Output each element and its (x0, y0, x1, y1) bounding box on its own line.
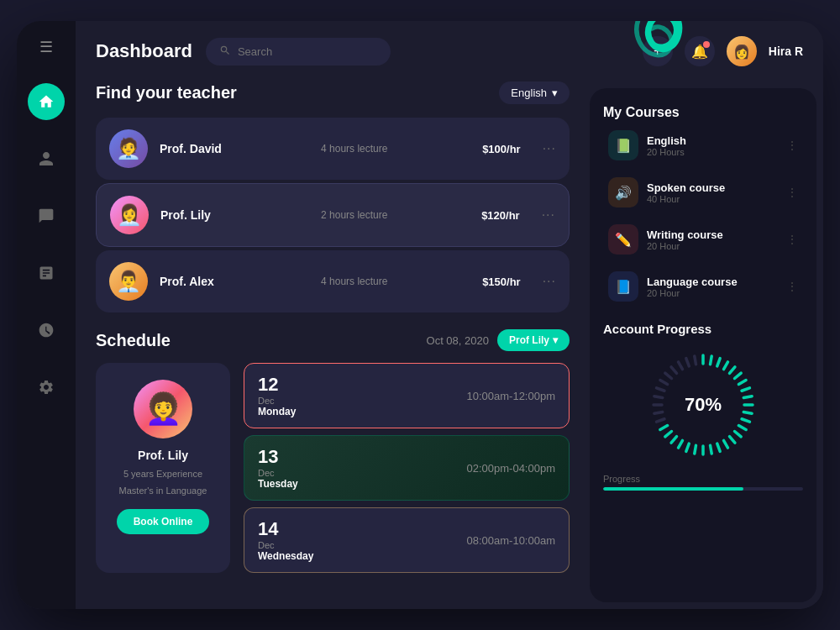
slot-dec13[interactable]: 13 Dec Tuesday 02:00pm-04:00pm (244, 435, 570, 501)
svg-line-19 (742, 388, 749, 391)
my-courses-title: My Courses (603, 105, 803, 120)
teacher-card-david[interactable]: 🧑‍💼 Prof. David 4 hours lecture $100/hr … (96, 118, 570, 180)
date-day-12: Monday (258, 406, 296, 417)
svg-line-4 (654, 396, 663, 398)
sidebar-item-profile[interactable] (28, 140, 65, 177)
svg-line-8 (671, 367, 676, 374)
svg-line-11 (695, 356, 696, 365)
schedule-header: Schedule Oct 08, 2020 Prof Lily ▾ (96, 329, 570, 351)
find-teacher-header: Find your teacher English ▾ (96, 81, 570, 104)
main-content: Dashboard + 🔔 👩 Hira R (76, 21, 823, 609)
schedule-content: 👩‍🦱 Prof. Lily 5 years Experience Master… (96, 363, 570, 573)
schedule-slots: 12 Dec Monday 10:00am-12:00pm 13 Dec Tue… (244, 363, 570, 573)
course-name-language: Language course (647, 276, 778, 288)
progress-bar (603, 487, 803, 491)
sidebar-item-home[interactable] (28, 83, 65, 120)
hamburger-menu[interactable]: ☰ (39, 38, 53, 56)
course-list: 📗 English 20 Hours ⋮ 🔊 Spoken course (603, 123, 803, 308)
search-bar[interactable] (206, 38, 391, 66)
sidebar-item-messages[interactable] (28, 197, 65, 234)
teacher-card-lily[interactable]: 👩‍💼 Prof. Lily 2 hours lecture $120/hr ·… (96, 183, 570, 247)
svg-line-7 (665, 373, 672, 378)
sidebar-item-reports[interactable] (28, 255, 65, 291)
prof-degree: Master's in Language (119, 486, 207, 496)
svg-line-10 (686, 359, 689, 366)
date-box-14: 14 Dec Wednesday (258, 518, 313, 562)
svg-line-6 (660, 381, 668, 385)
teacher-avatar-lily: 👩‍💼 (110, 196, 149, 234)
svg-line-16 (729, 367, 734, 374)
course-item-spoken[interactable]: 🔊 Spoken course 40 Hour ⋮ (603, 171, 803, 214)
teacher-card-alex[interactable]: 👨‍💼 Prof. Alex 4 hours lecture $150/hr ·… (96, 250, 570, 312)
course-icon-spoken: 🔊 (608, 177, 638, 207)
course-name-spoken: Spoken course (647, 181, 778, 194)
svg-line-20 (743, 396, 752, 398)
chevron-down-icon: ▾ (552, 87, 558, 99)
avatar: 👩 (727, 36, 757, 66)
svg-line-24 (738, 426, 746, 430)
course-item-writing[interactable]: ✏️ Writing course 20 Hour ⋮ (603, 218, 803, 261)
svg-line-31 (695, 445, 696, 454)
svg-line-17 (735, 373, 742, 378)
notification-dot (703, 41, 710, 48)
book-online-button[interactable]: Book Online (117, 509, 210, 534)
language-filter[interactable]: English ▾ (499, 81, 570, 104)
svg-line-23 (742, 419, 749, 422)
svg-line-9 (679, 362, 683, 370)
slot-time-13: 02:00pm-04:00pm (466, 462, 555, 475)
teacher-more-david[interactable]: ··· (543, 141, 556, 156)
course-info-english: English 20 Hours (647, 134, 778, 157)
course-hours-english: 20 Hours (647, 147, 778, 157)
course-more-english[interactable]: ⋮ (786, 139, 798, 152)
language-label: English (511, 87, 547, 99)
prof-experience: 5 years Experience (123, 469, 202, 479)
course-icon-writing: ✏️ (608, 224, 638, 255)
content-area: Find your teacher English ▾ 🧑‍💼 Prof. Da… (76, 81, 823, 609)
progress-fill (603, 487, 743, 491)
slot-dec12[interactable]: 12 Dec Monday 10:00am-12:00pm (244, 363, 570, 428)
svg-line-33 (679, 440, 683, 448)
search-input[interactable] (238, 45, 377, 58)
chevron-down-icon: ▾ (553, 334, 558, 346)
svg-line-14 (717, 359, 720, 366)
prof-filter-button[interactable]: Prof Lily ▾ (497, 329, 570, 351)
svg-line-27 (724, 440, 728, 448)
sidebar-item-settings[interactable] (28, 369, 65, 406)
date-month-14: Dec (258, 540, 275, 550)
svg-line-32 (686, 444, 689, 451)
schedule-title: Schedule (96, 331, 171, 350)
teacher-rate-lily: $120/hr (481, 209, 520, 222)
course-hours-writing: 20 Hour (647, 241, 778, 251)
slot-time-12: 10:00am-12:00pm (466, 390, 555, 402)
course-item-language[interactable]: 📘 Language course 20 Hour ⋮ (603, 265, 803, 308)
account-progress-title: Account Progress (603, 322, 803, 336)
teacher-rate-david: $100/hr (482, 143, 521, 155)
teacher-name-alex: Prof. Alex (160, 275, 309, 288)
teacher-avatar-david: 🧑‍💼 (109, 129, 148, 168)
progress-bar-label: Progress (603, 474, 803, 484)
svg-line-25 (735, 431, 742, 436)
teacher-more-alex[interactable]: ··· (543, 274, 556, 289)
svg-line-28 (717, 444, 720, 451)
svg-line-1 (657, 419, 664, 422)
slot-dec14[interactable]: 14 Dec Wednesday 08:00am-10:00am (244, 507, 570, 573)
add-button[interactable]: + (643, 36, 673, 66)
course-more-spoken[interactable]: ⋮ (786, 186, 798, 199)
course-more-writing[interactable]: ⋮ (786, 233, 798, 246)
date-box-13: 13 Dec Tuesday (258, 446, 308, 490)
header-right: + 🔔 👩 Hira R (643, 36, 803, 66)
date-month-12: Dec (258, 396, 275, 406)
teacher-more-lily[interactable]: ··· (542, 207, 555, 223)
notifications-button[interactable]: 🔔 (685, 36, 715, 66)
find-teacher-title: Find your teacher (96, 83, 237, 102)
search-icon (219, 45, 231, 59)
date-month-13: Dec (258, 468, 275, 478)
date-num-12: 12 (258, 374, 278, 396)
teacher-rate-alex: $150/hr (482, 276, 521, 288)
svg-line-29 (711, 445, 712, 454)
course-item-english[interactable]: 📗 English 20 Hours ⋮ (603, 123, 803, 167)
date-day-13: Tuesday (258, 478, 298, 490)
date-num-13: 13 (258, 446, 278, 468)
course-more-language[interactable]: ⋮ (786, 280, 798, 293)
sidebar-item-history[interactable] (28, 312, 65, 349)
